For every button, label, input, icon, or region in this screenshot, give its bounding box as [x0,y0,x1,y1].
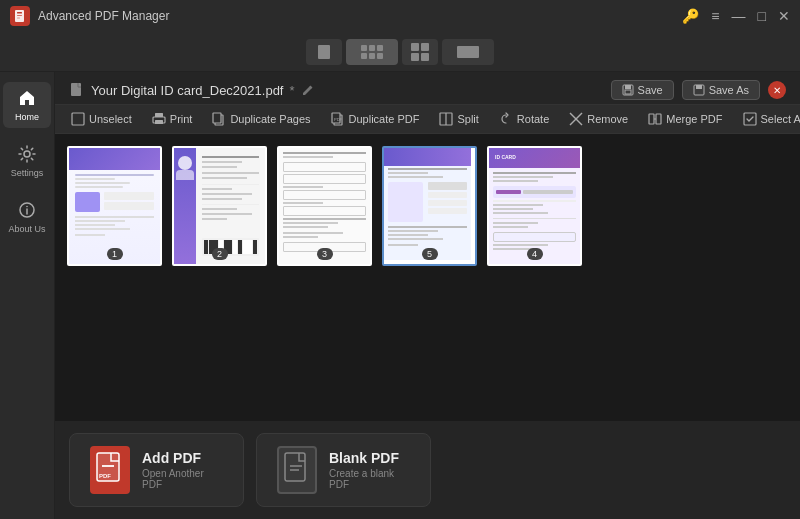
add-pdf-button[interactable]: PDF Add PDF Open Another PDF [69,433,244,507]
remove-icon [569,112,583,126]
svg-rect-2 [17,15,22,16]
key-icon[interactable]: 🔑 [682,8,699,24]
svg-rect-26 [649,114,654,124]
svg-rect-20 [213,113,221,123]
split-icon [439,112,453,126]
sidebar-home-label: Home [15,112,39,122]
merge-pdf-button[interactable]: Merge PDF [640,109,730,129]
blank-pdf-button[interactable]: Blank PDF Create a blank PDF [256,433,431,507]
page-number-4: 4 [527,248,543,260]
file-actions: Save Save As ✕ [611,80,786,100]
rotate-icon [499,112,513,126]
svg-rect-18 [155,120,163,124]
rotate-button[interactable]: Rotate [491,109,557,129]
maximize-icon[interactable]: □ [758,8,766,24]
page-thumb-3[interactable]: 3 [277,146,372,266]
add-pdf-text: Add PDF Open Another PDF [142,450,223,490]
sidebar-item-settings[interactable]: Settings [3,138,51,184]
file-icon [69,82,85,98]
page-thumb-1[interactable]: 1 [67,146,162,266]
svg-rect-5 [457,46,479,58]
app-icon [10,6,30,26]
print-icon [152,112,166,126]
add-pdf-icon: PDF [90,446,130,494]
print-button[interactable]: Print [144,109,201,129]
page-number-1: 1 [107,248,123,260]
remove-button[interactable]: Remove [561,109,636,129]
unselect-button[interactable]: Unselect [63,109,140,129]
svg-rect-12 [625,90,631,94]
svg-rect-29 [744,113,756,125]
minimize-icon[interactable]: — [732,8,746,24]
svg-rect-14 [696,85,702,89]
file-name: Your Digital ID card_Dec2021.pdf * [69,82,315,98]
content-area: Your Digital ID card_Dec2021.pdf * Save [55,72,800,519]
svg-point-8 [26,206,28,208]
tab-wide[interactable] [442,39,494,65]
svg-text:PDF: PDF [334,117,343,122]
sidebar-item-about[interactable]: About Us [3,194,51,240]
sidebar-about-label: About Us [8,224,45,234]
svg-rect-15 [72,113,84,125]
tab-single-page[interactable] [306,39,342,65]
app-title: Advanced PDF Manager [38,9,682,23]
close-button[interactable]: ✕ [768,81,786,99]
merge-pdf-icon [648,112,662,126]
view-tab-bar [0,32,800,72]
sidebar-item-home[interactable]: Home [3,82,51,128]
sidebar-settings-label: Settings [11,168,44,178]
svg-rect-9 [71,83,81,96]
svg-point-6 [24,151,30,157]
tab-two-col[interactable] [402,39,438,65]
page-thumb-2[interactable]: 2 [172,146,267,266]
window-controls: 🔑 ≡ — □ ✕ [682,8,790,24]
page-thumb-4[interactable]: ID CARD [487,146,582,266]
save-button[interactable]: Save [611,80,674,100]
page-number-2: 2 [212,248,228,260]
menu-icon[interactable]: ≡ [711,8,719,24]
select-all-icon [743,112,757,126]
blank-pdf-icon [277,446,317,494]
toolbar: Unselect Print Duplicate Pages [55,104,800,134]
main-layout: Home Settings About Us [0,72,800,519]
duplicate-pdf-button[interactable]: PDF Duplicate PDF [323,109,428,129]
sidebar: Home Settings About Us [0,72,55,519]
close-icon[interactable]: ✕ [778,8,790,24]
svg-rect-27 [656,114,661,124]
svg-rect-3 [17,18,20,19]
add-area: PDF Add PDF Open Another PDF [55,421,800,519]
page-thumb-5[interactable]: 5 [382,146,477,266]
split-button[interactable]: Split [431,109,486,129]
edit-icon [301,83,315,97]
tab-three-col[interactable] [346,39,398,65]
unselect-icon [71,112,85,126]
save-as-button[interactable]: Save As [682,80,760,100]
title-bar: Advanced PDF Manager 🔑 ≡ — □ ✕ [0,0,800,32]
select-all-button[interactable]: Select All [735,109,801,129]
duplicate-pages-icon [212,112,226,126]
svg-rect-11 [625,85,631,89]
svg-rect-1 [17,12,22,14]
duplicate-pdf-icon: PDF [331,112,345,126]
svg-rect-34 [285,453,305,481]
svg-rect-4 [318,45,330,59]
save-icon [622,84,634,96]
file-header: Your Digital ID card_Dec2021.pdf * Save [55,72,800,104]
page-number-3: 3 [317,248,333,260]
save-as-icon [693,84,705,96]
svg-text:PDF: PDF [99,473,111,479]
duplicate-pages-button[interactable]: Duplicate Pages [204,109,318,129]
page-number-5: 5 [422,248,438,260]
blank-pdf-text: Blank PDF Create a blank PDF [329,450,410,490]
pages-area: 1 [55,134,800,421]
